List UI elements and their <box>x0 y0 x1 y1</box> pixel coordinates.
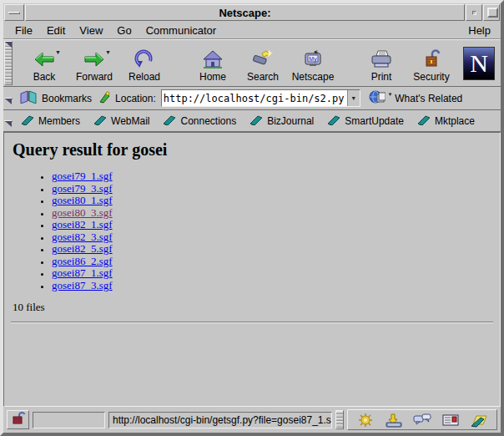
navigation-toolbar: ▼ Back ▼ Forward Reload Home <box>3 39 501 87</box>
component-bar-grip[interactable] <box>335 410 344 429</box>
list-item: gosei82_5.sgf <box>52 243 500 256</box>
reload-button[interactable]: Reload <box>119 40 169 86</box>
file-link[interactable]: gosei80_1.sgf <box>52 194 113 206</box>
iconify-icon <box>472 11 476 15</box>
my-netscape-icon: My <box>302 48 324 71</box>
personal-item-label: SmartUpdate <box>345 115 404 127</box>
menu-go[interactable]: Go <box>117 24 131 37</box>
back-button[interactable]: ▼ Back <box>19 40 69 86</box>
file-link[interactable]: gosei82_3.sgf <box>52 231 113 243</box>
unlocked-icon <box>11 411 26 428</box>
iconify-button[interactable] <box>466 4 482 21</box>
bookmark-pen-icon <box>327 114 340 128</box>
bookmark-pen-icon <box>21 114 34 128</box>
home-label: Home <box>199 71 226 83</box>
list-item: gosei79_1.sgf <box>52 170 500 183</box>
window-title: Netscape: <box>25 4 465 21</box>
toolbar-collapse-tab[interactable] <box>4 41 13 85</box>
url-dropdown-button[interactable]: ▼ <box>347 90 360 106</box>
security-label: Security <box>413 71 449 83</box>
location-toolbar: Bookmarks Location: ▼ ▾ What's Related <box>3 87 501 110</box>
menu-edit[interactable]: Edit <box>47 24 65 37</box>
statusbar: http://localhost/cgi-bin/getsgf.py?file=… <box>3 407 501 433</box>
file-link[interactable]: gosei86_2.sgf <box>52 255 113 267</box>
list-item: gosei80_3.sgf <box>52 207 500 220</box>
whats-related-icon <box>369 90 386 107</box>
file-link[interactable]: gosei82_5.sgf <box>52 242 113 255</box>
personal-item-connections[interactable]: Connections <box>163 114 236 128</box>
personal-toolbar-collapse-tab[interactable] <box>4 120 13 122</box>
file-list: gosei79_1.sgf gosei79_3.sgf gosei80_1.sg… <box>4 170 500 292</box>
composer-icon[interactable] <box>470 413 488 428</box>
bookmark-pen-icon <box>93 114 107 128</box>
file-link[interactable]: gosei80_3.sgf <box>52 206 113 219</box>
security-status-button[interactable] <box>7 410 29 429</box>
bookmark-pen-icon <box>249 114 263 128</box>
netscape-logo[interactable]: N <box>463 47 495 80</box>
bookmarks-button[interactable]: Bookmarks <box>14 90 97 106</box>
titlebar: Netscape: <box>3 3 501 22</box>
personal-item-bizjournal[interactable]: BizJournal <box>249 114 314 128</box>
whats-related-button[interactable]: ▾ What's Related <box>369 90 463 107</box>
horizontal-rule <box>11 322 493 323</box>
location-label: Location: <box>115 93 156 104</box>
page-title: Query result for gosei <box>13 140 500 160</box>
my-netscape-button[interactable]: My Netscape <box>288 40 338 86</box>
file-link[interactable]: gosei79_3.sgf <box>52 182 113 195</box>
netscape-window: Netscape: File Edit View Go Communicator… <box>0 0 504 436</box>
window-menu-button[interactable] <box>4 4 24 21</box>
browser-content: Query result for gosei gosei79_1.sgf gos… <box>3 132 501 407</box>
personal-item-label: Mktplace <box>435 115 475 127</box>
bookmark-pen-icon <box>163 114 176 128</box>
file-link[interactable]: gosei82_1.sgf <box>52 218 113 231</box>
location-proxy[interactable]: Location: <box>97 91 161 106</box>
window-menu-icon <box>8 12 20 14</box>
personal-item-webmail[interactable]: WebMail <box>93 114 149 128</box>
whats-related-label: What's Related <box>395 93 462 104</box>
list-item: gosei87_3.sgf <box>52 280 500 292</box>
file-link[interactable]: gosei87_3.sgf <box>52 279 113 292</box>
list-item: gosei79_3.sgf <box>52 183 500 195</box>
my-netscape-label: Netscape <box>292 71 335 83</box>
print-label: Print <box>371 71 392 83</box>
back-label: Back <box>33 71 56 83</box>
security-button[interactable]: Security <box>406 40 456 86</box>
file-count: 10 files <box>13 301 500 314</box>
forward-button[interactable]: ▼ Forward <box>69 40 119 86</box>
forward-icon: ▼ <box>83 48 105 71</box>
menu-file[interactable]: File <box>15 24 33 37</box>
mailbox-icon[interactable] <box>385 413 403 428</box>
url-input[interactable] <box>162 90 347 106</box>
search-button[interactable]: Search <box>238 40 288 86</box>
back-dropdown-icon[interactable]: ▼ <box>55 49 61 55</box>
print-button[interactable]: Print <box>356 40 406 86</box>
list-item: gosei87_1.sgf <box>52 267 500 280</box>
personal-item-label: Members <box>38 115 80 127</box>
menu-help[interactable]: Help <box>468 24 491 37</box>
menubar: File Edit View Go Communicator Help <box>3 22 501 39</box>
bookmark-pen-icon <box>417 114 431 128</box>
list-item: gosei86_2.sgf <box>52 256 500 268</box>
location-toolbar-collapse-tab[interactable] <box>4 98 13 99</box>
address-book-icon[interactable] <box>441 413 460 428</box>
forward-dropdown-icon[interactable]: ▼ <box>105 49 111 55</box>
personal-item-members[interactable]: Members <box>21 114 80 128</box>
home-button[interactable]: Home <box>188 40 238 86</box>
bookmarks-icon <box>19 90 38 106</box>
search-label: Search <box>247 71 279 83</box>
file-link[interactable]: gosei79_1.sgf <box>52 170 113 182</box>
forward-label: Forward <box>76 71 113 83</box>
maximize-button[interactable] <box>483 4 500 21</box>
navigator-icon[interactable] <box>356 413 375 428</box>
personal-item-smartupdate[interactable]: SmartUpdate <box>327 114 404 128</box>
reload-icon <box>134 48 154 71</box>
personal-item-label: BizJournal <box>267 115 314 127</box>
whats-related-dropdown-icon[interactable]: ▾ <box>389 91 392 98</box>
menu-view[interactable]: View <box>79 24 103 37</box>
chevron-down-icon: ▼ <box>350 95 356 101</box>
discussions-icon[interactable] <box>413 413 431 428</box>
file-link[interactable]: gosei87_1.sgf <box>52 266 113 279</box>
personal-item-mktplace[interactable]: Mktplace <box>417 114 475 128</box>
bookmarks-label: Bookmarks <box>42 93 92 104</box>
menu-communicator[interactable]: Communicator <box>146 24 217 37</box>
